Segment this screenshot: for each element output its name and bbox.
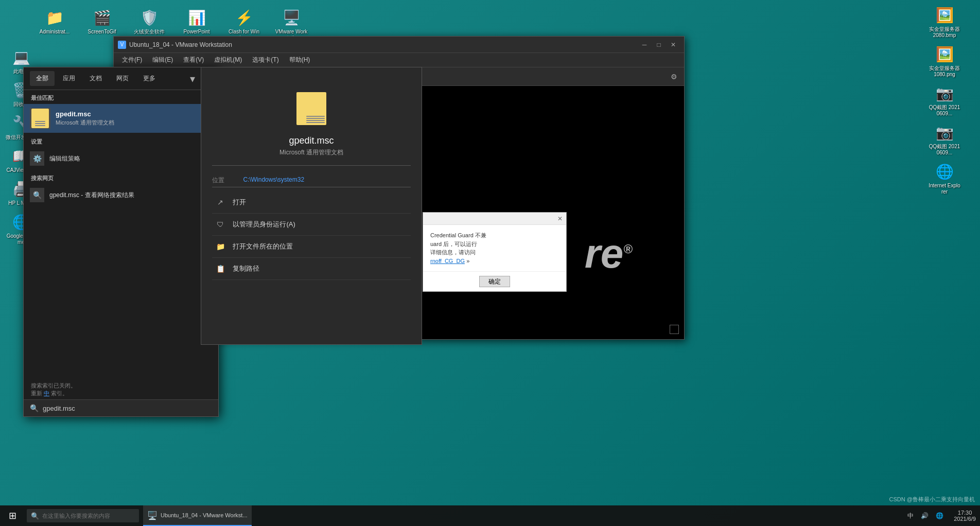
- search-tab-more[interactable]: 更多: [137, 71, 162, 86]
- taskbar-search-input[interactable]: [42, 513, 135, 519]
- credential-dialog-titlebar: ✕: [423, 213, 566, 225]
- edit-policy-label: 编辑组策略: [49, 154, 80, 163]
- search-panel: 全部 应用 文档 网页 更多 ▾ ✕ 最佳匹配: [23, 67, 219, 417]
- gpedit-action-open[interactable]: ↗ 打开: [212, 191, 410, 214]
- run-as-admin-label: 以管理员身份运行(A): [233, 220, 295, 229]
- credential-dialog-close-button[interactable]: ✕: [556, 215, 564, 223]
- credential-dialog: ✕ Credential Guard 不兼uard 后，可以运行详细信息，请访问…: [423, 212, 567, 292]
- taskbar-vmware-label: Ubuntu_18_04 - VMware Workst...: [161, 512, 248, 518]
- administrator-icon: 📁: [44, 7, 65, 28]
- gpedit-action-copy-path[interactable]: 📋 复制路径: [212, 258, 410, 280]
- menu-view[interactable]: 查看(V): [179, 55, 208, 65]
- vmware-close-button[interactable]: ✕: [667, 40, 680, 50]
- watermark-text: CSDN @鲁棒最小二乘支持向量机: [889, 496, 975, 503]
- run-as-admin-icon: 🛡: [214, 218, 226, 231]
- desktop-icon-qq-screenshot1[interactable]: 📷 QQ截图 20210609...: [926, 81, 963, 119]
- menu-tabs[interactable]: 选项卡(T): [248, 55, 283, 65]
- gpedit-detail-desc: Microsoft 通用管理文档: [279, 148, 343, 157]
- desktop-icon-qq-screenshot2[interactable]: 📷 QQ截图 20210609...: [926, 120, 963, 158]
- search-settings-header: 设置: [24, 133, 218, 148]
- taskbar-clock[interactable]: 17:30 2021/6/9: [950, 510, 980, 522]
- gpedit-actions: ↗ 打开 🛡 以管理员身份运行(A) 📁 打开文件所在的位置 📋 复制路径: [212, 191, 410, 280]
- credential-dialog-footer: 确定: [423, 271, 566, 291]
- credential-dialog-body: Credential Guard 不兼uard 后，可以运行详细信息，请访问 r…: [423, 225, 566, 271]
- search-tab-all[interactable]: 全部: [30, 71, 55, 86]
- search-best-match-header: 最佳匹配: [24, 90, 218, 104]
- vmware-title-text: Ubuntu_18_04 - VMware Workstation: [129, 41, 638, 48]
- search-web-header: 搜索网页: [24, 169, 218, 184]
- menu-file[interactable]: 文件(F): [118, 55, 146, 65]
- powerpoint-label: PowerPoint: [183, 29, 209, 35]
- safe-server1-icon: 🖼️: [934, 5, 955, 25]
- search-best-match-item[interactable]: gpedit.msc Microsoft 通用管理文档: [24, 104, 218, 133]
- search-web-gpedit[interactable]: 🔍 gpedit.msc - 查看网络搜索结果 ›: [24, 184, 218, 206]
- gpedit-location-value: C:\Windows\system32: [243, 176, 410, 185]
- search-tab-web[interactable]: 网页: [110, 71, 135, 86]
- qq-screenshot2-label: QQ截图 20210609...: [928, 144, 961, 156]
- tray-ime[interactable]: 中: [905, 511, 916, 521]
- menu-help[interactable]: 帮助(H): [285, 55, 314, 65]
- taskbar-search-icon: 🔍: [31, 512, 39, 520]
- desktop-icon-internet-explorer[interactable]: 🌐 Internet Explorer: [926, 159, 963, 197]
- gpedit-icon-area: gpedit.msc Microsoft 通用管理文档: [279, 88, 343, 157]
- search-magnifier-icon: 🔍: [30, 404, 39, 412]
- credential-dialog-text: Credential Guard 不兼uard 后，可以运行详细信息，请访问: [430, 232, 486, 255]
- credential-dialog-link[interactable]: rnoff_CG_DG: [430, 258, 465, 264]
- desktop-icon-safe-server1[interactable]: 🖼️ 实金堂服务器 2080.bmp: [926, 3, 963, 41]
- gpedit-detail-icon: [291, 88, 332, 129]
- gpedit-action-open-location[interactable]: 📁 打开文件所在的位置: [212, 236, 410, 258]
- huoxian-icon: 🛡️: [139, 7, 160, 28]
- desktop: 📁 Administrat... 🎬 ScreenToGif 🛡️ 火绒安全软件…: [0, 0, 980, 526]
- search-input-bar: 🔍: [24, 399, 218, 416]
- toolbar-settings-btn[interactable]: ⚙: [667, 69, 681, 84]
- gpedit-result-icon: [30, 108, 50, 129]
- administrator-label: Administrat...: [40, 29, 69, 35]
- desktop-icon-administrator[interactable]: 📁 Administrat...: [36, 5, 73, 43]
- taskbar-start-button[interactable]: ⊞: [0, 505, 25, 526]
- gpedit-action-run-as-admin[interactable]: 🛡 以管理员身份运行(A): [212, 214, 410, 236]
- qq-screenshot1-icon: 📷: [934, 83, 955, 103]
- my-computer-icon: 💻: [11, 47, 31, 67]
- web-search-label: gpedit.msc - 查看网络搜索结果: [49, 191, 134, 200]
- search-input[interactable]: [43, 405, 212, 412]
- copy-path-icon: 📋: [214, 262, 226, 275]
- clash-icon: ⚡: [234, 7, 254, 28]
- search-status-text: 搜索索引已关闭。: [31, 382, 76, 389]
- gpedit-detail-panel: gpedit.msc Microsoft 通用管理文档 位置 C:\Window…: [201, 67, 422, 345]
- gpedit-location-row: 位置 C:\Windows\system32: [212, 174, 410, 187]
- gpedit-detail-name: gpedit.msc: [289, 135, 334, 146]
- clock-time: 17:30: [958, 510, 972, 516]
- open-icon: ↗: [214, 196, 226, 208]
- vmware-titlebar: V Ubuntu_18_04 - VMware Workstation ─ □ …: [114, 37, 684, 53]
- open-label: 打开: [233, 198, 246, 207]
- search-tab-docs[interactable]: 文档: [83, 71, 108, 86]
- internet-explorer-icon: 🌐: [934, 161, 955, 182]
- clock-date: 2021/6/9: [954, 516, 976, 522]
- search-status-reindex-suffix: 索引。: [49, 390, 68, 396]
- gpedit-result-name: gpedit.msc: [56, 110, 114, 118]
- vmware-minimize-button[interactable]: ─: [638, 40, 651, 50]
- vmware-maximize-button[interactable]: □: [652, 40, 666, 50]
- taskbar-vmware-icon: 🖥️: [147, 511, 157, 520]
- tray-volume-icon[interactable]: 🔊: [919, 511, 931, 520]
- search-tab-apps[interactable]: 应用: [57, 71, 81, 86]
- safe-server1-label: 实金堂服务器 2080.bmp: [928, 26, 961, 39]
- desktop-icons-right-col: 🖼️ 实金堂服务器 2080.bmp 🖼️ 实金堂服务器 1080.png 📷 …: [923, 0, 980, 200]
- web-search-icon: 🔍: [30, 188, 44, 202]
- menu-vm[interactable]: 虚拟机(M): [210, 55, 246, 65]
- taskbar-search-bar[interactable]: 🔍: [27, 509, 139, 522]
- menu-edit[interactable]: 编辑(E): [148, 55, 177, 65]
- credential-dialog-ok-button[interactable]: 确定: [479, 276, 510, 287]
- taskbar: ⊞ 🔍 🖥️ Ubuntu_18_04 - VMware Workst... 中…: [0, 505, 980, 526]
- search-status-link[interactable]: 中: [44, 390, 49, 396]
- credential-dialog-link-suffix: »: [466, 258, 469, 264]
- safe-server2-label: 实金堂服务器 1080.png: [928, 65, 961, 78]
- vmware-icon: 🖥️: [281, 7, 302, 28]
- taskbar-app-vmware[interactable]: 🖥️ Ubuntu_18_04 - VMware Workst...: [143, 505, 252, 526]
- vm-screen-resize-icon: □: [670, 325, 679, 334]
- search-setting-edit-policy[interactable]: ⚙️ 编辑组策略 ›: [24, 148, 218, 169]
- desktop-icon-safe-server2[interactable]: 🖼️ 实金堂服务器 1080.png: [926, 42, 963, 80]
- search-more-dropdown[interactable]: ▾: [188, 73, 197, 85]
- tray-network-icon[interactable]: 🌐: [934, 511, 946, 520]
- gpedit-result-info: gpedit.msc Microsoft 通用管理文档: [56, 110, 114, 127]
